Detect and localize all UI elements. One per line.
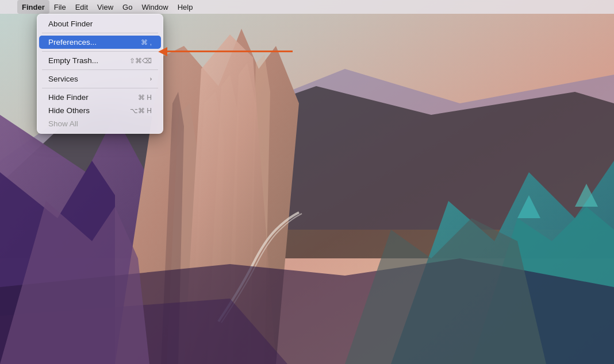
arrow-head <box>158 47 167 56</box>
go-menu-item[interactable]: Go <box>118 0 137 14</box>
show-all-menu-item[interactable]: Show All <box>39 117 161 130</box>
menu-divider-4 <box>42 88 158 88</box>
arrow-line <box>166 51 293 52</box>
edit-menu-item[interactable]: Edit <box>71 0 93 14</box>
help-menu-label: Help <box>178 3 193 11</box>
hide-finder-label: Hide Finder <box>48 93 89 102</box>
services-menu-item[interactable]: Services › <box>39 72 161 86</box>
services-submenu-chevron: › <box>150 76 152 82</box>
show-all-label: Show All <box>48 119 78 128</box>
preferences-label: Preferences... <box>48 38 97 47</box>
arrow-container <box>158 51 285 52</box>
help-menu-item[interactable]: Help <box>173 0 198 14</box>
arrow-annotation <box>158 51 285 52</box>
empty-trash-shortcut: ⇧⌘⌫ <box>129 57 152 65</box>
services-label: Services <box>48 75 78 83</box>
view-menu-item[interactable]: View <box>93 0 118 14</box>
hide-others-label: Hide Others <box>48 106 90 115</box>
finder-dropdown-menu: About Finder Preferences... ⌘ , Empty Tr… <box>37 14 163 134</box>
file-menu-label: File <box>54 3 66 11</box>
preferences-menu-item[interactable]: Preferences... ⌘ , <box>39 36 161 49</box>
empty-trash-menu-item[interactable]: Empty Trash... ⇧⌘⌫ <box>39 54 161 67</box>
apple-menu-item[interactable] <box>5 0 16 14</box>
finder-menu-item[interactable]: Finder <box>17 0 49 14</box>
preferences-shortcut: ⌘ , <box>141 38 152 47</box>
menubar: Finder File Edit View Go Window Help <box>0 0 614 14</box>
window-menu-label: Window <box>141 3 168 11</box>
empty-trash-label: Empty Trash... <box>48 56 98 65</box>
menu-divider-3 <box>42 69 158 70</box>
hide-finder-shortcut: ⌘ H <box>138 94 152 102</box>
go-menu-label: Go <box>122 3 132 11</box>
edit-menu-label: Edit <box>75 3 88 11</box>
about-finder-menu-item[interactable]: About Finder <box>39 17 161 30</box>
hide-others-shortcut: ⌥⌘ H <box>130 107 152 115</box>
view-menu-label: View <box>97 3 113 11</box>
menu-divider-2 <box>42 51 158 52</box>
window-menu-item[interactable]: Window <box>137 0 172 14</box>
hide-finder-menu-item[interactable]: Hide Finder ⌘ H <box>39 91 161 104</box>
file-menu-item[interactable]: File <box>49 0 71 14</box>
finder-menu-label: Finder <box>22 3 45 11</box>
menu-divider-1 <box>42 33 158 33</box>
hide-others-menu-item[interactable]: Hide Others ⌥⌘ H <box>39 104 161 117</box>
about-finder-label: About Finder <box>48 20 93 28</box>
